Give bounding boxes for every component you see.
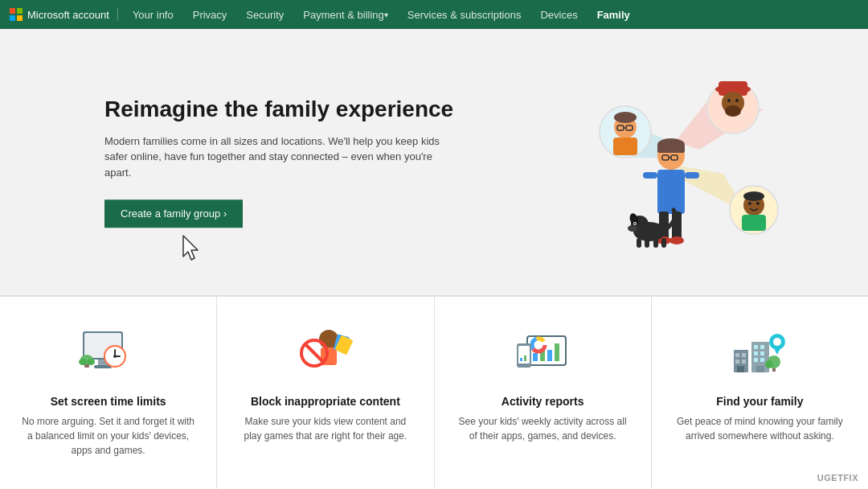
svg-rect-85 <box>735 360 739 364</box>
svg-rect-73 <box>547 350 552 361</box>
watermark: UGETFIX <box>817 473 858 483</box>
ms-logo-icon <box>10 8 23 21</box>
nav-security[interactable]: Security <box>236 0 293 29</box>
feature-screen-time-title: Set screen time limits <box>51 395 166 408</box>
svg-rect-48 <box>742 215 766 231</box>
svg-rect-25 <box>661 238 666 248</box>
feature-activity-reports: Activity reports See your kids' weekly a… <box>435 297 652 489</box>
feature-activity-title: Activity reports <box>502 395 584 408</box>
svg-rect-74 <box>555 343 559 361</box>
svg-rect-91 <box>754 351 758 355</box>
svg-rect-12 <box>657 145 685 153</box>
logo[interactable]: Microsoft account <box>10 8 118 21</box>
svg-rect-9 <box>685 172 699 179</box>
feature-screen-time-desc: No more arguing. Set it and forget it wi… <box>19 414 197 458</box>
svg-rect-24 <box>653 238 658 248</box>
logo-text: Microsoft account <box>27 9 109 21</box>
hero-description: Modern families come in all sizes and lo… <box>104 134 458 181</box>
activity-reports-icon <box>510 319 575 384</box>
features-section: Set screen time limits No more arguing. … <box>0 296 868 489</box>
svg-rect-22 <box>637 238 641 248</box>
svg-rect-8 <box>643 172 657 179</box>
svg-point-21 <box>634 223 636 224</box>
feature-block-content: Block inappropriate content Make sure yo… <box>217 297 434 489</box>
svg-point-47 <box>756 202 760 205</box>
svg-point-46 <box>748 202 751 205</box>
svg-point-32 <box>727 99 731 102</box>
svg-rect-94 <box>760 358 764 362</box>
feature-find-family-desc: Get peace of mind knowing your family ar… <box>671 414 849 443</box>
feature-block-content-title: Block inappropriate content <box>251 395 400 408</box>
topbar: Microsoft account Your info Privacy Secu… <box>0 0 868 29</box>
screen-time-icon <box>76 319 141 384</box>
hero-section: Reimagine the family experience Modern f… <box>0 29 868 296</box>
svg-point-7 <box>669 236 684 244</box>
svg-rect-23 <box>645 238 649 248</box>
svg-rect-84 <box>742 353 746 357</box>
svg-rect-87 <box>737 366 744 372</box>
svg-rect-81 <box>524 355 526 361</box>
nav-your-info[interactable]: Your info <box>123 0 183 29</box>
feature-screen-time: Set screen time limits No more arguing. … <box>0 297 217 489</box>
svg-rect-89 <box>754 345 758 349</box>
svg-point-37 <box>614 112 637 123</box>
svg-rect-83 <box>735 353 739 357</box>
nav-services-subscriptions[interactable]: Services & subscriptions <box>398 0 531 29</box>
svg-rect-92 <box>760 351 764 355</box>
svg-point-19 <box>628 225 637 232</box>
feature-block-content-desc: Make sure your kids view content and pla… <box>236 414 414 443</box>
family-svg <box>530 53 804 278</box>
nav-devices[interactable]: Devices <box>530 0 587 29</box>
nav-privacy[interactable]: Privacy <box>183 0 237 29</box>
nav-payment-billing[interactable]: Payment & billing <box>293 0 397 29</box>
feature-find-family: Find your family Get peace of mind knowi… <box>652 297 868 489</box>
svg-point-33 <box>735 99 739 102</box>
svg-point-31 <box>725 105 741 117</box>
block-content-icon <box>293 319 358 384</box>
feature-find-family-title: Find your family <box>716 395 803 408</box>
hero-title: Reimagine the family experience <box>104 97 458 122</box>
svg-point-58 <box>113 355 117 358</box>
svg-point-45 <box>743 191 764 201</box>
svg-rect-41 <box>613 138 637 155</box>
family-illustration <box>530 53 804 278</box>
svg-point-101 <box>765 360 773 368</box>
svg-rect-3 <box>657 170 685 214</box>
svg-rect-71 <box>533 353 538 361</box>
svg-rect-90 <box>760 345 764 349</box>
find-family-icon <box>727 319 792 384</box>
svg-point-61 <box>79 359 87 365</box>
svg-point-62 <box>87 359 95 365</box>
svg-rect-93 <box>754 358 758 362</box>
create-family-group-button[interactable]: Create a family group › <box>104 199 243 228</box>
svg-point-98 <box>773 338 781 346</box>
svg-rect-95 <box>756 366 764 372</box>
hero-content: Reimagine the family experience Modern f… <box>104 97 458 228</box>
svg-rect-86 <box>742 360 746 364</box>
nav-family[interactable]: Family <box>588 0 640 29</box>
feature-activity-desc: See your kids' weekly activity across al… <box>454 414 632 443</box>
svg-marker-49 <box>183 236 198 260</box>
svg-rect-80 <box>520 358 522 361</box>
cursor <box>180 234 209 263</box>
